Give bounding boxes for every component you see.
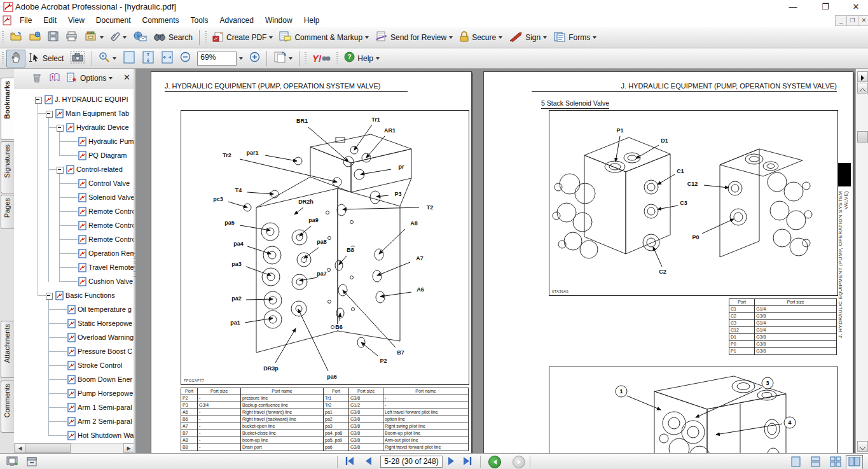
page-number-field[interactable]: 5-28 (30 of 248) (380, 456, 443, 468)
bookmark-item[interactable]: Hot Shutdown Wa (14, 429, 134, 443)
snapshot-button[interactable] (67, 50, 88, 67)
sign-button[interactable]: Sign (506, 29, 550, 46)
attach-dropdown-arrow[interactable] (123, 36, 127, 39)
fit-page-button[interactable] (139, 50, 158, 67)
sign-dropdown-arrow[interactable] (543, 36, 547, 39)
bookmark-item[interactable]: Control-related (14, 163, 134, 177)
doc-minimize-button[interactable]: _ (835, 15, 847, 26)
bookmarks-hscrollbar[interactable]: ◀ ▶ (14, 443, 134, 454)
scroll-down-button[interactable] (857, 441, 868, 452)
print-button[interactable] (62, 29, 81, 46)
next-page-button[interactable] (447, 456, 456, 468)
bookmark-item[interactable]: PQ Diagram (14, 149, 134, 163)
open-button[interactable] (6, 29, 25, 46)
scroll-right-button[interactable]: ▶ (123, 444, 134, 453)
bookmark-item[interactable]: Operation Rem (14, 247, 134, 261)
select-tool-button[interactable]: Select (25, 50, 67, 67)
attach-button[interactable] (107, 29, 130, 46)
organizer-dropdown-arrow[interactable] (100, 36, 104, 39)
bookmark-item[interactable]: Remote Contro (14, 219, 134, 233)
document-vscrollbar[interactable] (855, 69, 868, 453)
create-pdf-button[interactable]: Create PDF (209, 29, 276, 46)
toolbar-grip[interactable] (305, 52, 307, 65)
single-page-button[interactable] (790, 456, 801, 469)
search-button[interactable]: Search (150, 29, 196, 46)
bookmark-item[interactable]: J. HYDRAULIC EQUIPI (14, 93, 134, 107)
menu-help[interactable]: Help (298, 15, 326, 26)
comment-markup-dropdown-arrow[interactable] (365, 36, 369, 39)
collapse-icon[interactable] (57, 125, 64, 132)
bookmark-item[interactable]: Hydraulic Pum (14, 135, 134, 149)
menu-edit[interactable]: Edit (38, 15, 62, 26)
bookmark-item[interactable]: Cushion Valve (14, 275, 134, 289)
close-button[interactable]: ✕ (846, 1, 865, 13)
bookmark-item[interactable]: Control Valve (14, 177, 134, 191)
bookmark-item[interactable]: Basic Functions (14, 289, 134, 303)
tab-signatures[interactable]: Signatures (1, 141, 14, 193)
organizer-button[interactable] (81, 29, 107, 46)
comment-markup-button[interactable]: Comment & Markup (276, 29, 372, 46)
bookmark-item[interactable]: Travel Remote (14, 261, 134, 275)
bookmark-item[interactable]: Solenoid Valve (14, 191, 134, 205)
bookmark-item[interactable]: Arm 2 Semi-paral (14, 415, 134, 429)
forms-button[interactable]: Forms (550, 29, 600, 46)
previous-page-button[interactable] (364, 456, 373, 468)
screen-mode-icon[interactable] (6, 456, 18, 469)
doc-restore-button[interactable]: ❐ (846, 15, 858, 26)
menu-view[interactable]: View (62, 15, 90, 26)
menu-window[interactable]: Window (259, 15, 298, 26)
new-bookmark-button[interactable] (66, 73, 77, 85)
toolbar-grip[interactable] (205, 31, 207, 44)
toolbar-grip[interactable] (2, 52, 4, 65)
send-for-review-dropdown-arrow[interactable] (449, 36, 453, 39)
tab-bookmarks[interactable]: Bookmarks (1, 78, 14, 140)
bookmark-item[interactable]: Static Horsepowe (14, 317, 134, 331)
bookmark-item[interactable]: Boom Down Ener (14, 373, 134, 387)
pane-toggle-button[interactable] (857, 71, 868, 82)
doc-close-button[interactable]: ✕ (858, 15, 868, 26)
menu-file[interactable]: File (14, 15, 38, 26)
yahoo-search-button[interactable]: Y! (309, 50, 334, 67)
menu-advanced[interactable]: Advanced (214, 15, 259, 26)
create-pdf-dropdown-arrow[interactable] (269, 36, 273, 39)
page-display-dropdown-arrow[interactable] (289, 57, 293, 60)
collapse-icon[interactable] (57, 167, 64, 174)
bookmark-item[interactable]: Remote Contro (14, 233, 134, 247)
zoom-out-button[interactable] (177, 50, 194, 67)
tab-attachments[interactable]: Attachments (1, 321, 14, 378)
fit-width-button[interactable] (158, 50, 177, 67)
restore-button[interactable]: ❐ (816, 1, 835, 13)
previous-view-button[interactable] (488, 456, 501, 468)
bookmark-item[interactable]: Oil temperature g (14, 303, 134, 317)
hand-tool-button[interactable] (6, 50, 25, 67)
menu-tools[interactable]: Tools (185, 15, 214, 26)
bookmark-item[interactable]: Pump Horsepowe (14, 387, 134, 401)
zoom-level-field[interactable]: 69% (197, 52, 237, 66)
forms-dropdown-arrow[interactable] (593, 36, 596, 39)
menu-document[interactable]: Document (90, 15, 137, 26)
bookmark-item[interactable]: Remote Contro (14, 205, 134, 219)
bookmark-item[interactable]: Stroke Control (14, 359, 134, 373)
last-page-button[interactable] (462, 456, 472, 468)
menu-comments[interactable]: Comments (137, 15, 185, 26)
collapse-icon[interactable] (46, 293, 53, 300)
scroll-thumb[interactable] (857, 131, 868, 143)
scroll-thumb[interactable] (25, 444, 71, 453)
bookmarks-panel-close-button[interactable]: ✕ (123, 73, 130, 82)
actual-size-button[interactable] (120, 50, 139, 67)
continuous-facing-button[interactable] (830, 456, 842, 469)
bookmark-item[interactable]: Arm 1 Semi-paral (14, 401, 134, 415)
collapse-icon[interactable] (35, 97, 42, 104)
expand-current-bookmark-button[interactable] (50, 73, 60, 85)
scroll-up-button[interactable] (857, 83, 868, 94)
bookmark-item[interactable]: Overload Warning (14, 331, 134, 345)
minimize-button[interactable]: — (783, 1, 803, 13)
next-view-button[interactable] (513, 456, 525, 468)
bookmarks-options-button[interactable]: Options (80, 74, 113, 83)
collapse-icon[interactable] (46, 111, 53, 118)
help-dropdown-arrow[interactable] (376, 57, 380, 60)
continuous-page-button[interactable] (810, 456, 821, 469)
save-button[interactable] (45, 29, 62, 46)
page-display-button[interactable] (270, 50, 296, 67)
facing-page-button[interactable] (846, 455, 863, 469)
